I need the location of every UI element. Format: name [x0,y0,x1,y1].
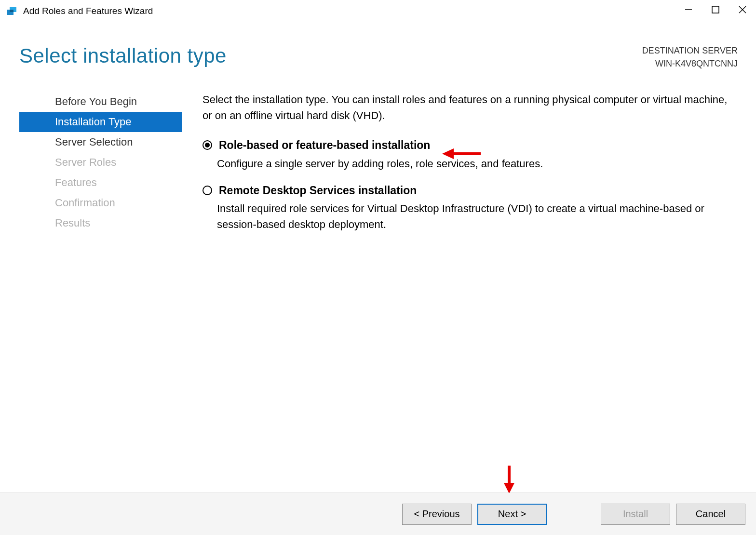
svg-marker-8 [442,148,454,159]
destination-info: DESTINATION SERVER WIN-K4V8QNTCNNJ [642,44,738,70]
wizard-icon [6,5,17,17]
next-button[interactable]: Next > [477,504,547,525]
sidebar-item-installation-type[interactable]: Installation Type [19,112,182,132]
annotation-arrow-right [442,147,481,162]
sidebar-item-server-roles: Server Roles [19,152,182,173]
svg-marker-10 [504,483,514,494]
radio-label: Remote Desktop Services installation [219,182,417,199]
titlebar-title: Add Roles and Features Wizard [23,6,153,16]
svg-rect-4 [712,6,719,13]
page-title: Select installation type [19,44,227,67]
destination-label: DESTINATION SERVER [642,44,738,57]
cancel-button[interactable]: Cancel [676,504,745,525]
window-controls [675,0,756,19]
previous-button[interactable]: < Previous [402,504,472,525]
sidebar-item-results: Results [19,213,182,233]
header: Select installation type DESTINATION SER… [0,22,756,70]
close-button[interactable] [729,0,756,19]
svg-rect-2 [10,10,14,12]
minimize-button[interactable] [675,0,702,19]
main: Before You Begin Installation Type Serve… [0,92,756,441]
maximize-button[interactable] [702,0,729,19]
radio-label: Role-based or feature-based installation [219,137,430,154]
radio-option-remote-desktop[interactable]: Remote Desktop Services installation Ins… [202,182,737,233]
content: Select the installation type. You can in… [182,92,756,441]
sidebar-item-before-you-begin[interactable]: Before You Begin [19,92,182,112]
titlebar: Add Roles and Features Wizard [0,0,756,22]
radio-button-icon [202,186,212,195]
destination-server: WIN-K4V8QNTCNNJ [642,57,738,70]
sidebar-item-confirmation: Confirmation [19,193,182,213]
sidebar: Before You Begin Installation Type Serve… [0,92,182,441]
sidebar-item-features: Features [19,173,182,193]
annotation-arrow-down [502,466,516,495]
radio-description: Install required role services for Virtu… [217,201,737,232]
content-intro: Select the installation type. You can in… [202,92,737,123]
footer: < Previous Next > Install Cancel [0,493,756,535]
sidebar-item-server-selection[interactable]: Server Selection [19,132,182,152]
radio-button-icon [202,140,212,150]
install-button: Install [601,504,670,525]
